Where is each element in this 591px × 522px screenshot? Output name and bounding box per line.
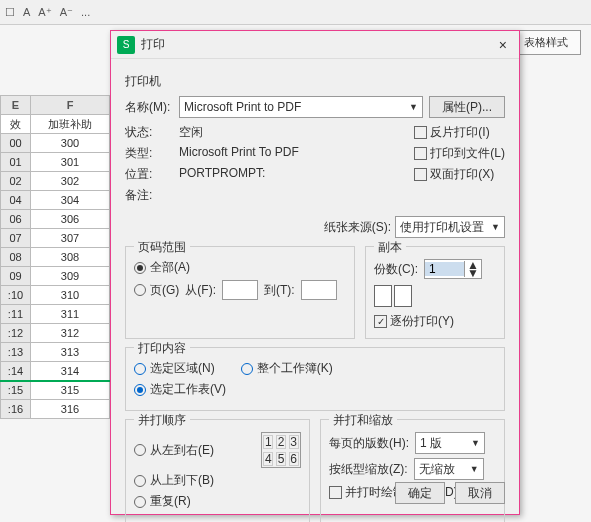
row-head[interactable]: :14 xyxy=(1,362,31,381)
copies-title: 副本 xyxy=(374,239,406,256)
collate-checkbox[interactable]: 逐份打印(Y) xyxy=(374,314,454,328)
row-head[interactable]: :11 xyxy=(1,305,31,324)
to-label: 到(T): xyxy=(264,282,295,299)
app-logo-icon: S xyxy=(117,36,135,54)
where-label: 位置: xyxy=(125,166,173,183)
to-input[interactable] xyxy=(301,280,337,300)
header-col1: 效 xyxy=(1,115,31,134)
dialog-title: 打印 xyxy=(141,36,165,53)
cell[interactable]: 312 xyxy=(31,324,110,343)
cell[interactable]: 310 xyxy=(31,286,110,305)
row-head[interactable]: 08 xyxy=(1,248,31,267)
row-head[interactable]: 07 xyxy=(1,229,31,248)
paper-select[interactable]: 使用打印机设置▼ xyxy=(395,216,505,238)
content-title: 打印内容 xyxy=(134,340,190,357)
row-head[interactable]: 04 xyxy=(1,191,31,210)
col-header-f[interactable]: F xyxy=(31,96,110,115)
range-pages-radio[interactable]: 页(G) xyxy=(134,282,179,299)
cell[interactable]: 313 xyxy=(31,343,110,362)
cell[interactable]: 315 xyxy=(31,381,110,400)
row-head[interactable]: :13 xyxy=(1,343,31,362)
range-title: 页码范围 xyxy=(134,239,190,256)
titlebar: S 打印 × xyxy=(111,31,519,59)
row-head[interactable]: :12 xyxy=(1,324,31,343)
type-label: 类型: xyxy=(125,145,173,162)
row-head[interactable]: 00 xyxy=(1,134,31,153)
tofile-checkbox[interactable]: 打印到文件(L) xyxy=(414,145,505,162)
order-lr-radio: 从左到右(E) xyxy=(134,442,214,459)
sheet-radio[interactable]: 选定工作表(V) xyxy=(134,381,226,398)
col-header-e[interactable]: E xyxy=(1,96,31,115)
row-head[interactable]: 09 xyxy=(1,267,31,286)
reverse-checkbox[interactable]: 反片打印(I) xyxy=(414,124,505,141)
app-toolbar: ☐AA⁺A⁻... xyxy=(0,0,591,25)
pages-per-sheet-label: 每页的版数(H): xyxy=(329,435,409,452)
properties-button[interactable]: 属性(P)... xyxy=(429,96,505,118)
comment-label: 备注: xyxy=(125,187,173,204)
order-preview-icon: 123 456 xyxy=(261,432,301,468)
copies-spinner[interactable]: 1▲▼ xyxy=(424,259,482,279)
cell[interactable]: 306 xyxy=(31,210,110,229)
close-icon[interactable]: × xyxy=(493,35,513,55)
cell[interactable]: 300 xyxy=(31,134,110,153)
status-value: 空闲 xyxy=(179,124,408,141)
row-head[interactable]: :10 xyxy=(1,286,31,305)
cell[interactable]: 304 xyxy=(31,191,110,210)
row-head[interactable]: :15 xyxy=(1,381,31,400)
cell[interactable]: 316 xyxy=(31,400,110,419)
spreadsheet: EF 效加班补助 00300 01301 02302 04304 06306 0… xyxy=(0,95,110,419)
pages-per-sheet-select[interactable]: 1 版▼ xyxy=(415,432,485,454)
copies-label: 份数(C): xyxy=(374,261,418,278)
selection-radio[interactable]: 选定区域(N) xyxy=(134,360,215,377)
chevron-down-icon: ▼ xyxy=(491,222,500,232)
workbook-radio[interactable]: 整个工作簿(K) xyxy=(241,360,333,377)
cell[interactable]: 302 xyxy=(31,172,110,191)
cell[interactable]: 308 xyxy=(31,248,110,267)
row-head[interactable]: 02 xyxy=(1,172,31,191)
cell[interactable]: 301 xyxy=(31,153,110,172)
chevron-down-icon: ▼ xyxy=(409,102,418,112)
ok-button[interactable]: 确定 xyxy=(395,482,445,504)
row-head[interactable]: 01 xyxy=(1,153,31,172)
order-title: 并打顺序 xyxy=(134,412,190,429)
cancel-button[interactable]: 取消 xyxy=(455,482,505,504)
scale-title: 并打和缩放 xyxy=(329,412,397,429)
row-head[interactable]: :16 xyxy=(1,400,31,419)
paper-label: 纸张来源(S): xyxy=(324,219,391,236)
ribbon-button[interactable]: 表格样式 xyxy=(511,30,581,55)
collate-icon xyxy=(374,285,496,307)
from-input[interactable] xyxy=(222,280,258,300)
row-head[interactable]: 06 xyxy=(1,210,31,229)
from-label: 从(F): xyxy=(185,282,216,299)
range-all-radio[interactable]: 全部(A) xyxy=(134,259,190,276)
cell[interactable]: 314 xyxy=(31,362,110,381)
cell[interactable]: 311 xyxy=(31,305,110,324)
printer-section: 打印机 xyxy=(125,73,505,90)
type-value: Microsoft Print To PDF xyxy=(179,145,408,162)
header-col2: 加班补助 xyxy=(31,115,110,134)
name-label: 名称(M): xyxy=(125,99,173,116)
content-group: 打印内容 选定区域(N) 整个工作簿(K) 选定工作表(V) xyxy=(125,347,505,411)
print-dialog: S 打印 × 打印机 名称(M): Microsoft Print to PDF… xyxy=(110,30,520,515)
range-group: 页码范围 全部(A) 页(G) 从(F): 到(T): xyxy=(125,246,355,339)
cell[interactable]: 307 xyxy=(31,229,110,248)
copies-group: 副本 份数(C): 1▲▼ 逐份打印(Y) xyxy=(365,246,505,339)
cell[interactable]: 309 xyxy=(31,267,110,286)
printer-select[interactable]: Microsoft Print to PDF▼ xyxy=(179,96,423,118)
status-label: 状态: xyxy=(125,124,173,141)
duplex-checkbox[interactable]: 双面打印(X) xyxy=(414,166,505,183)
where-value: PORTPROMPT: xyxy=(179,166,408,183)
